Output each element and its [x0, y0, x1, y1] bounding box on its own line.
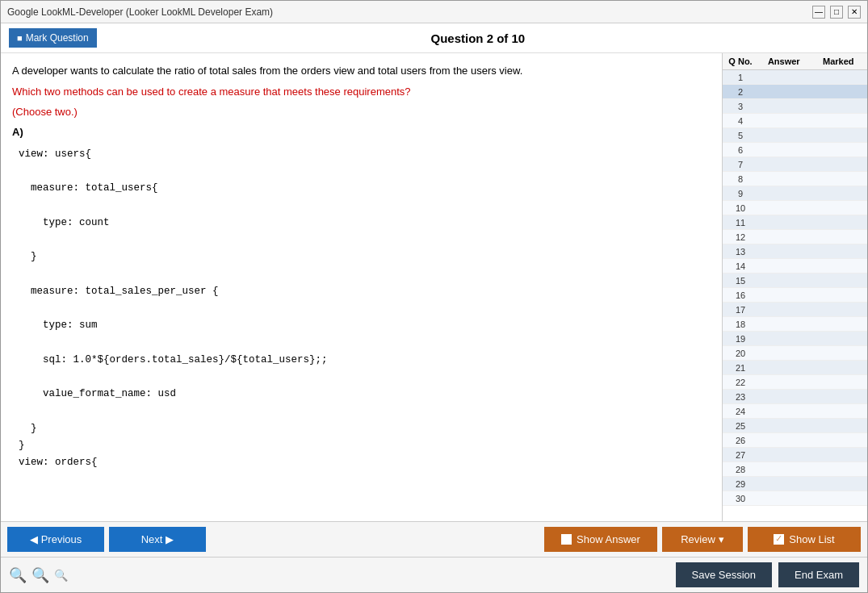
q-num: 24: [724, 407, 757, 416]
q-num: 14: [724, 261, 757, 271]
q-num: 5: [724, 131, 757, 140]
code-line-11: type: sum: [19, 317, 704, 334]
code-line-9: measure: total_sales_per_user {: [19, 283, 704, 300]
window-title: Google LookML-Developer (Looker LookML D…: [7, 6, 273, 18]
code-line-2: [19, 163, 704, 180]
next-button[interactable]: Next ▶: [109, 527, 206, 552]
save-session-button[interactable]: Save Session: [676, 562, 773, 587]
sidebar-row[interactable]: 6: [723, 143, 867, 157]
sidebar-row[interactable]: 16: [723, 288, 867, 303]
zoom-in-button[interactable]: 🔍: [9, 566, 27, 584]
sidebar-row[interactable]: 7: [723, 157, 867, 172]
q-num: 22: [724, 378, 757, 387]
zoom-buttons: 🔍 🔍 🔍: [9, 566, 68, 584]
code-line-1: view: users{: [19, 146, 704, 163]
col-answer-header: Answer: [757, 56, 811, 66]
q-num: 11: [724, 218, 757, 228]
code-line-4: [19, 197, 704, 214]
sidebar-row[interactable]: 8: [723, 172, 867, 186]
sidebar-row[interactable]: 12: [723, 230, 867, 244]
show-answer-label: Show Answer: [577, 533, 640, 545]
choose-note: (Choose two.): [12, 106, 711, 118]
window-controls: — □ ✕: [812, 6, 861, 19]
q-num: 20: [724, 349, 757, 358]
prev-arrow-icon: ◀: [30, 533, 38, 545]
answer-label: A): [12, 126, 711, 138]
sidebar-scroll[interactable]: 1 2 3 4 5 6 7 8: [723, 70, 867, 521]
sidebar-row[interactable]: 19: [723, 332, 867, 346]
q-num: 23: [724, 392, 757, 402]
sidebar-row[interactable]: 10: [723, 201, 867, 215]
code-line-17: }: [19, 420, 704, 437]
sidebar-row[interactable]: 23: [723, 390, 867, 404]
sidebar-row[interactable]: 2: [723, 85, 867, 99]
previous-label: Previous: [41, 533, 82, 545]
zoom-bar: 🔍 🔍 🔍 Save Session End Exam: [1, 557, 867, 592]
sidebar-row[interactable]: 9: [723, 186, 867, 201]
zoom-out-button[interactable]: 🔍: [54, 569, 68, 582]
code-line-16: [19, 403, 704, 420]
sidebar-row[interactable]: 3: [723, 99, 867, 114]
toolbar: ■ Mark Question Question 2 of 10: [1, 23, 867, 53]
sidebar-row[interactable]: 28: [723, 462, 867, 477]
sidebar-row[interactable]: 27: [723, 448, 867, 462]
sidebar-row[interactable]: 25: [723, 419, 867, 433]
show-answer-button[interactable]: Show Answer: [544, 527, 657, 552]
q-num: 30: [724, 494, 757, 503]
question-text-1: A developer wants to calculate the ratio…: [12, 63, 711, 79]
q-num: 26: [724, 436, 757, 445]
sidebar-row[interactable]: 29: [723, 477, 867, 491]
question-area: A developer wants to calculate the ratio…: [1, 53, 722, 521]
sidebar-row[interactable]: 21: [723, 361, 867, 375]
code-line-18: }: [19, 437, 704, 454]
q-num: 19: [724, 334, 757, 344]
q-num: 15: [724, 276, 757, 286]
minimize-button[interactable]: —: [812, 6, 825, 19]
show-list-label: Show List: [789, 533, 834, 545]
sidebar-row[interactable]: 30: [723, 491, 867, 506]
sidebar-row[interactable]: 14: [723, 259, 867, 274]
q-num: 29: [724, 479, 757, 489]
show-answer-checkbox-icon: [561, 534, 572, 545]
sidebar-row[interactable]: 17: [723, 303, 867, 317]
q-num: 9: [724, 189, 757, 198]
close-button[interactable]: ✕: [848, 6, 861, 19]
q-num: 21: [724, 363, 757, 373]
sidebar-row[interactable]: 4: [723, 114, 867, 128]
sidebar-row[interactable]: 11: [723, 215, 867, 230]
zoom-normal-button[interactable]: 🔍: [31, 566, 49, 584]
q-num: 17: [724, 305, 757, 315]
sidebar-row[interactable]: 22: [723, 375, 867, 390]
col-marked-header: Marked: [811, 56, 866, 66]
code-line-13: sql: 1.0*${orders.total_sales}/${total_u…: [19, 352, 704, 369]
sidebar-row[interactable]: 15: [723, 274, 867, 288]
next-arrow-icon: ▶: [166, 533, 174, 545]
end-exam-button[interactable]: End Exam: [778, 562, 859, 587]
mark-question-button[interactable]: ■ Mark Question: [9, 28, 97, 48]
sidebar-row[interactable]: 20: [723, 346, 867, 361]
maximize-button[interactable]: □: [830, 6, 843, 19]
q-num: 13: [724, 247, 757, 257]
code-line-8: [19, 265, 704, 282]
previous-button[interactable]: ◀ Previous: [7, 527, 104, 552]
q-num: 7: [724, 160, 757, 169]
code-line-3: measure: total_users{: [19, 180, 704, 197]
q-num: 18: [724, 319, 757, 329]
code-line-15: value_format_name: usd: [19, 386, 704, 403]
code-line-19: view: orders{: [19, 454, 704, 471]
code-line-7: }: [19, 248, 704, 265]
question-text-2: Which two methods can be used to create …: [12, 86, 711, 98]
sidebar-row[interactable]: 1: [723, 70, 867, 85]
code-line-6: [19, 232, 704, 248]
show-list-button[interactable]: ✓ Show List: [748, 527, 861, 552]
sidebar-row[interactable]: 13: [723, 244, 867, 259]
sidebar-row[interactable]: 24: [723, 404, 867, 419]
q-num: 28: [724, 465, 757, 474]
q-num: 16: [724, 290, 757, 300]
sidebar-row[interactable]: 18: [723, 317, 867, 332]
q-num: 3: [724, 102, 757, 111]
q-num: 8: [724, 174, 757, 184]
sidebar-row[interactable]: 26: [723, 433, 867, 448]
sidebar-row[interactable]: 5: [723, 128, 867, 143]
review-button[interactable]: Review ▾: [662, 527, 743, 552]
